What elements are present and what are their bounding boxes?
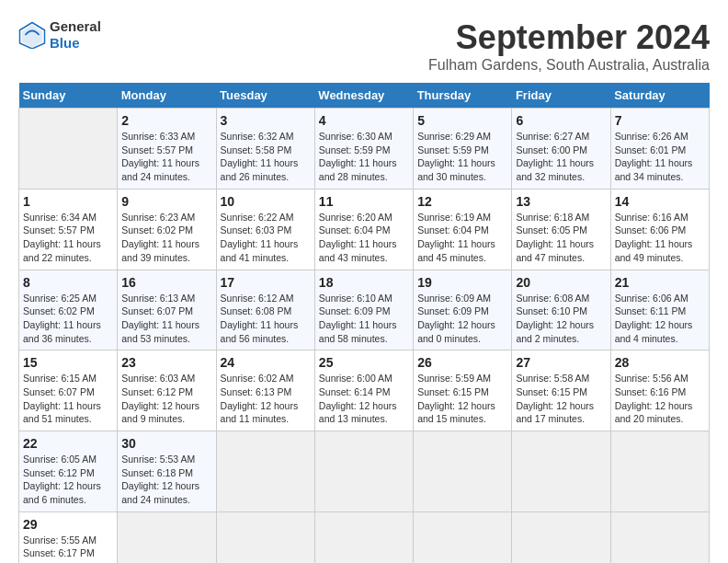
logo-general: General — [50, 18, 101, 34]
calendar-cell: 5Sunrise: 6:29 AM Sunset: 5:59 PM Daylig… — [414, 109, 512, 190]
calendar-cell — [512, 511, 610, 563]
logo-icon — [18, 21, 46, 49]
day-info: Sunrise: 6:03 AM Sunset: 6:12 PM Dayligh… — [121, 372, 211, 426]
header-row: SundayMondayTuesdayWednesdayThursdayFrid… — [19, 83, 710, 109]
calendar-cell: 25Sunrise: 6:00 AM Sunset: 6:14 PM Dayli… — [314, 350, 413, 431]
day-number: 21 — [615, 275, 705, 290]
column-header-wednesday: Wednesday — [314, 83, 413, 109]
day-info: Sunrise: 6:15 AM Sunset: 6:07 PM Dayligh… — [23, 372, 113, 426]
day-number: 30 — [121, 436, 211, 451]
column-header-monday: Monday — [118, 83, 216, 109]
day-info: Sunrise: 6:09 AM Sunset: 6:09 PM Dayligh… — [417, 292, 507, 346]
calendar-cell: 3Sunrise: 6:32 AM Sunset: 5:58 PM Daylig… — [216, 109, 314, 190]
logo-text: General Blue — [50, 18, 101, 52]
calendar-cell: 24Sunrise: 6:02 AM Sunset: 6:13 PM Dayli… — [216, 350, 314, 431]
day-info: Sunrise: 6:06 AM Sunset: 6:11 PM Dayligh… — [615, 292, 705, 346]
day-number: 9 — [121, 194, 211, 209]
day-number: 27 — [516, 355, 606, 370]
calendar-cell — [314, 431, 413, 512]
calendar-cell: 19Sunrise: 6:09 AM Sunset: 6:09 PM Dayli… — [414, 270, 512, 350]
day-number: 5 — [417, 113, 507, 128]
day-number: 11 — [319, 194, 409, 209]
day-number: 28 — [615, 355, 705, 370]
calendar-cell: 29Sunrise: 5:55 AM Sunset: 6:17 PM Dayli… — [19, 511, 118, 563]
calendar-cell — [414, 431, 512, 512]
calendar-cell: 28Sunrise: 5:56 AM Sunset: 6:16 PM Dayli… — [610, 350, 709, 431]
day-number: 2 — [121, 113, 211, 128]
day-info: Sunrise: 6:13 AM Sunset: 6:07 PM Dayligh… — [121, 292, 211, 346]
calendar-cell — [610, 511, 709, 563]
calendar-cell: 12Sunrise: 6:19 AM Sunset: 6:04 PM Dayli… — [414, 189, 512, 270]
calendar-cell: 23Sunrise: 6:03 AM Sunset: 6:12 PM Dayli… — [118, 350, 216, 431]
day-number: 18 — [319, 275, 409, 290]
day-info: Sunrise: 6:00 AM Sunset: 6:14 PM Dayligh… — [319, 372, 409, 426]
calendar-cell: 6Sunrise: 6:27 AM Sunset: 6:00 PM Daylig… — [512, 109, 610, 190]
day-info: Sunrise: 6:19 AM Sunset: 6:04 PM Dayligh… — [417, 211, 507, 265]
day-number: 19 — [417, 275, 507, 290]
svg-marker-0 — [22, 25, 43, 48]
calendar-table: SundayMondayTuesdayWednesdayThursdayFrid… — [18, 83, 710, 563]
day-number: 10 — [221, 194, 311, 209]
day-number: 15 — [23, 355, 113, 370]
day-info: Sunrise: 6:05 AM Sunset: 6:12 PM Dayligh… — [23, 453, 113, 507]
day-number: 22 — [23, 436, 113, 451]
calendar-cell: 17Sunrise: 6:12 AM Sunset: 6:08 PM Dayli… — [216, 270, 314, 350]
day-info: Sunrise: 6:32 AM Sunset: 5:58 PM Dayligh… — [221, 130, 311, 184]
calendar-week-6: 29Sunrise: 5:55 AM Sunset: 6:17 PM Dayli… — [19, 511, 710, 563]
day-number: 1 — [23, 194, 113, 209]
day-info: Sunrise: 6:30 AM Sunset: 5:59 PM Dayligh… — [319, 130, 409, 184]
calendar-cell — [314, 511, 413, 563]
calendar-cell — [19, 109, 118, 190]
day-info: Sunrise: 6:33 AM Sunset: 5:57 PM Dayligh… — [121, 130, 211, 184]
column-header-tuesday: Tuesday — [216, 83, 314, 109]
calendar-cell: 8Sunrise: 6:25 AM Sunset: 6:02 PM Daylig… — [19, 270, 118, 350]
day-number: 29 — [23, 517, 113, 532]
day-info: Sunrise: 6:25 AM Sunset: 6:02 PM Dayligh… — [23, 292, 113, 346]
calendar-week-1: 2Sunrise: 6:33 AM Sunset: 5:57 PM Daylig… — [19, 109, 710, 190]
day-info: Sunrise: 6:16 AM Sunset: 6:06 PM Dayligh… — [615, 211, 705, 265]
main-title: September 2024 — [428, 18, 710, 57]
day-number: 12 — [417, 194, 507, 209]
day-number: 7 — [615, 113, 705, 128]
calendar-cell: 4Sunrise: 6:30 AM Sunset: 5:59 PM Daylig… — [314, 109, 413, 190]
day-info: Sunrise: 6:26 AM Sunset: 6:01 PM Dayligh… — [615, 130, 705, 184]
calendar-cell — [216, 511, 314, 563]
day-info: Sunrise: 6:27 AM Sunset: 6:00 PM Dayligh… — [516, 130, 606, 184]
day-number: 3 — [221, 113, 311, 128]
calendar-cell: 20Sunrise: 6:08 AM Sunset: 6:10 PM Dayli… — [512, 270, 610, 350]
day-info: Sunrise: 5:55 AM Sunset: 6:17 PM Dayligh… — [23, 534, 113, 563]
calendar-week-3: 8Sunrise: 6:25 AM Sunset: 6:02 PM Daylig… — [19, 270, 710, 350]
calendar-cell — [216, 431, 314, 512]
day-number: 20 — [516, 275, 606, 290]
day-info: Sunrise: 6:02 AM Sunset: 6:13 PM Dayligh… — [221, 372, 311, 426]
subtitle: Fulham Gardens, South Australia, Austral… — [428, 57, 710, 74]
logo: General Blue — [18, 18, 101, 52]
day-info: Sunrise: 6:23 AM Sunset: 6:02 PM Dayligh… — [121, 211, 211, 265]
day-info: Sunrise: 5:56 AM Sunset: 6:16 PM Dayligh… — [615, 372, 705, 426]
day-number: 26 — [417, 355, 507, 370]
calendar-cell — [610, 431, 709, 512]
calendar-cell: 26Sunrise: 5:59 AM Sunset: 6:15 PM Dayli… — [414, 350, 512, 431]
calendar-cell: 1Sunrise: 6:34 AM Sunset: 5:57 PM Daylig… — [19, 189, 118, 270]
calendar-cell: 16Sunrise: 6:13 AM Sunset: 6:07 PM Dayli… — [118, 270, 216, 350]
calendar-cell: 14Sunrise: 6:16 AM Sunset: 6:06 PM Dayli… — [610, 189, 709, 270]
column-header-saturday: Saturday — [610, 83, 709, 109]
day-info: Sunrise: 6:34 AM Sunset: 5:57 PM Dayligh… — [23, 211, 113, 265]
day-number: 17 — [221, 275, 311, 290]
calendar-cell: 30Sunrise: 5:53 AM Sunset: 6:18 PM Dayli… — [118, 431, 216, 512]
calendar-cell: 11Sunrise: 6:20 AM Sunset: 6:04 PM Dayli… — [314, 189, 413, 270]
calendar-cell: 7Sunrise: 6:26 AM Sunset: 6:01 PM Daylig… — [610, 109, 709, 190]
calendar-cell: 27Sunrise: 5:58 AM Sunset: 6:15 PM Dayli… — [512, 350, 610, 431]
calendar-cell: 21Sunrise: 6:06 AM Sunset: 6:11 PM Dayli… — [610, 270, 709, 350]
calendar-cell: 18Sunrise: 6:10 AM Sunset: 6:09 PM Dayli… — [314, 270, 413, 350]
column-header-friday: Friday — [512, 83, 610, 109]
day-number: 23 — [121, 355, 211, 370]
calendar-cell — [118, 511, 216, 563]
day-info: Sunrise: 6:20 AM Sunset: 6:04 PM Dayligh… — [319, 211, 409, 265]
calendar-week-2: 1Sunrise: 6:34 AM Sunset: 5:57 PM Daylig… — [19, 189, 710, 270]
day-info: Sunrise: 5:53 AM Sunset: 6:18 PM Dayligh… — [121, 453, 211, 507]
calendar-cell: 22Sunrise: 6:05 AM Sunset: 6:12 PM Dayli… — [19, 431, 118, 512]
day-number: 13 — [516, 194, 606, 209]
title-block: September 2024 Fulham Gardens, South Aus… — [428, 18, 710, 74]
calendar-cell: 2Sunrise: 6:33 AM Sunset: 5:57 PM Daylig… — [118, 109, 216, 190]
